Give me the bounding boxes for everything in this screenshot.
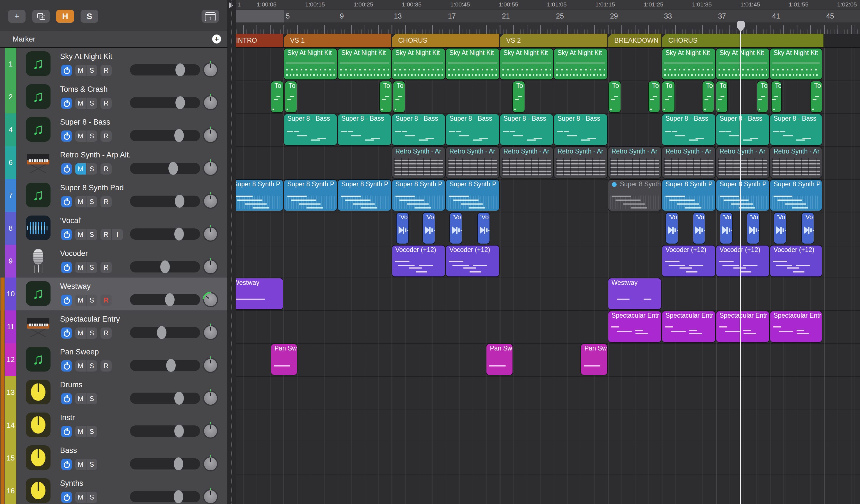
region[interactable]: To — [380, 81, 391, 112]
volume-slider-thumb[interactable] — [174, 392, 184, 405]
power-button[interactable] — [61, 492, 72, 503]
solo-button[interactable]: S — [86, 295, 97, 306]
volume-slider[interactable] — [130, 426, 200, 437]
region[interactable]: 'Vo — [720, 213, 732, 244]
region[interactable]: Super 8 Synth P — [662, 180, 715, 211]
arrange-row[interactable]: WestwayWestway — [236, 277, 860, 311]
pan-knob[interactable] — [204, 359, 217, 372]
region[interactable]: Retro Synth - Ar — [446, 147, 499, 178]
region[interactable]: Super 8 Synth P — [338, 180, 391, 211]
region[interactable]: Sky At Night Kit — [392, 48, 445, 80]
region[interactable]: Sky At Night Kit — [662, 48, 715, 80]
volume-slider[interactable] — [130, 327, 200, 338]
duplicate-track-button[interactable] — [32, 10, 50, 23]
track-header[interactable]: 6Retro Synth - Arp Alt.MSR — [0, 146, 227, 179]
region[interactable]: Pan Sw — [581, 344, 607, 375]
mute-button[interactable]: M — [75, 229, 86, 240]
region[interactable]: Pan Sw — [486, 344, 512, 375]
volume-slider[interactable] — [130, 458, 200, 470]
region[interactable]: Retro Synth - Ar — [500, 147, 553, 178]
region[interactable]: Vocoder (+12) — [392, 246, 445, 276]
volume-slider[interactable] — [130, 393, 200, 404]
region[interactable]: Sky At Night Kit — [338, 48, 391, 80]
volume-slider-thumb[interactable] — [175, 63, 185, 76]
region[interactable]: 'Vo — [747, 213, 759, 244]
arrangement-marker[interactable]: CHORUS — [662, 34, 823, 47]
mute-button[interactable]: M — [75, 492, 86, 503]
pan-knob[interactable] — [204, 457, 217, 470]
volume-slider-thumb[interactable] — [174, 129, 184, 142]
mute-button[interactable]: M — [75, 130, 86, 142]
region[interactable]: Retro Synth - Ar — [554, 147, 607, 178]
pan-knob[interactable] — [204, 293, 217, 306]
region[interactable]: Super 8 Synth P — [392, 180, 445, 211]
region[interactable]: Westway — [608, 278, 661, 309]
region[interactable]: 'Vo — [693, 213, 705, 244]
pan-knob[interactable] — [204, 228, 217, 241]
region[interactable]: Sky At Night Kit — [770, 48, 822, 80]
arrange-row[interactable]: Pan SwPan SwPan Sw — [236, 343, 860, 377]
solo-button[interactable]: S — [86, 196, 97, 207]
track-header[interactable]: 1Sky At Night KitMSR — [0, 48, 227, 81]
arrange-row[interactable]: Sky At Night KitSky At Night KitSky At N… — [236, 48, 860, 81]
region[interactable]: Sky At Night Kit — [284, 48, 337, 80]
arrange-row[interactable] — [236, 376, 860, 409]
region[interactable]: To — [513, 81, 525, 112]
mute-button[interactable]: M — [75, 196, 86, 207]
track-header[interactable]: 14InstrMS — [0, 409, 227, 442]
power-button[interactable] — [61, 229, 72, 240]
arrange-row[interactable]: Super 8 Synth PSuper 8 Synth PSuper 8 Sy… — [236, 179, 860, 213]
mute-button[interactable]: M — [75, 426, 86, 437]
arrangement-marker[interactable]: BREAKDOWN — [608, 34, 662, 47]
region[interactable]: To — [609, 81, 620, 112]
region[interactable]: To — [393, 81, 405, 112]
record-button[interactable]: R — [100, 98, 112, 109]
input-monitor-button[interactable]: I — [112, 229, 123, 240]
bar-ruler[interactable]: 159131721252933374145 — [236, 10, 860, 23]
region[interactable]: Vocoder (+12) — [446, 246, 499, 276]
power-button[interactable] — [61, 98, 72, 109]
arrangement-marker[interactable]: CHORUS — [392, 34, 499, 47]
volume-slider[interactable] — [130, 491, 200, 502]
volume-slider-thumb[interactable] — [166, 359, 176, 372]
arrange-row[interactable] — [236, 409, 860, 442]
volume-slider[interactable] — [130, 130, 200, 141]
pan-knob[interactable] — [204, 392, 217, 405]
region[interactable]: Spectacular Entr — [608, 311, 661, 342]
power-button[interactable] — [61, 262, 72, 273]
region[interactable]: To — [271, 81, 283, 112]
region[interactable]: Sky At Night Kit — [554, 48, 607, 80]
region[interactable]: Super 8 - Bass — [338, 114, 391, 145]
region[interactable]: Super 8 - Bass — [392, 114, 445, 145]
mute-button[interactable]: M — [75, 65, 86, 76]
region[interactable]: Spectacular Entr — [662, 311, 715, 342]
arrange-row[interactable]: Spectacular EntrSpectacular EntrSpectacu… — [236, 311, 860, 344]
region[interactable]: To — [772, 81, 782, 112]
region[interactable]: Vocoder (+12) — [716, 246, 769, 276]
volume-slider-thumb[interactable] — [174, 457, 183, 470]
track-header[interactable]: 4Super 8 - BassMSR — [0, 113, 227, 146]
panel-divider[interactable] — [227, 0, 236, 504]
track-header[interactable]: 8'Vocal'MSRI — [0, 212, 227, 245]
track-header[interactable]: 13DrumsMS — [0, 376, 227, 409]
mute-button[interactable]: M — [75, 163, 86, 175]
solo-button[interactable]: S — [86, 130, 97, 142]
region[interactable]: Super 8 - Bass — [716, 114, 769, 145]
region[interactable]: Retro Synth - Ar — [662, 147, 715, 178]
record-button[interactable]: R — [100, 229, 112, 240]
mute-button[interactable]: M — [75, 360, 86, 372]
power-button[interactable] — [61, 295, 72, 306]
region[interactable]: Super 8 Synth P — [446, 180, 499, 211]
volume-slider-thumb[interactable] — [165, 293, 175, 306]
region[interactable]: Pan Sw — [271, 344, 297, 375]
solo-button[interactable]: S — [86, 393, 97, 404]
volume-slider-thumb[interactable] — [175, 195, 184, 208]
mute-button[interactable]: M — [75, 393, 86, 404]
record-button[interactable]: R — [100, 360, 112, 372]
arrange-row[interactable] — [236, 442, 860, 475]
volume-slider-thumb[interactable] — [174, 424, 184, 437]
arrange-row[interactable]: Vocoder (+12)Vocoder (+12)Vocoder (+12)V… — [236, 245, 860, 278]
solo-button[interactable]: S — [86, 459, 97, 470]
solo-button[interactable]: S — [86, 163, 97, 175]
power-button[interactable] — [61, 328, 72, 339]
